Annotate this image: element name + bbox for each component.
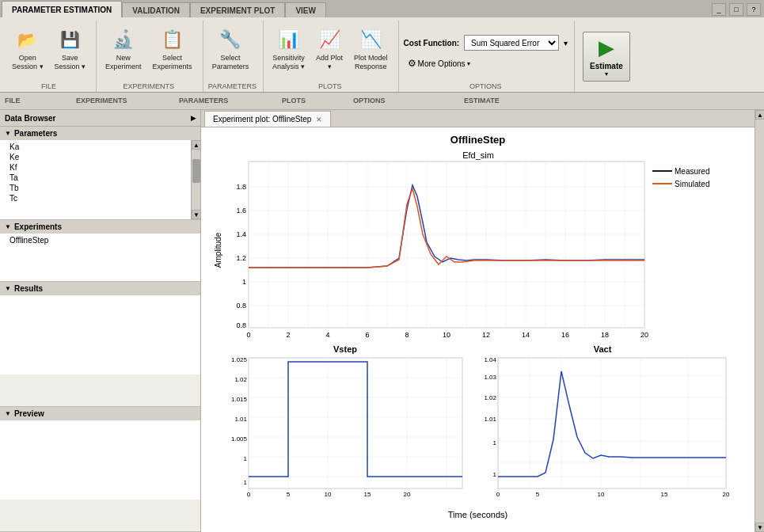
sidebar-section-results: ▼ Results — [0, 282, 200, 407]
gear-icon: ⚙ — [408, 58, 416, 69]
preview-section-header[interactable]: ▼ Preview — [0, 407, 200, 420]
parameters-content: Ka Ke Kf Ta Tb Tc ▲ ▼ — [0, 140, 200, 219]
cost-function-label: Cost Function: — [404, 39, 460, 48]
ribbon-group-options: Cost Function: Sum Squared Error Sum Abs… — [401, 21, 576, 92]
svg-text:1: 1 — [243, 479, 247, 486]
cost-function-select[interactable]: Sum Squared Error Sum Absolute Error Max… — [464, 35, 559, 51]
preview-section-label: Preview — [14, 409, 44, 418]
sl-options: OPTIONS — [353, 93, 464, 109]
more-options-button[interactable]: ⚙ More Options ▾ — [404, 55, 568, 71]
svg-text:1.2: 1.2 — [236, 254, 246, 262]
experiment-plot-tab[interactable]: Experiment plot: OfflineStep ✕ — [204, 111, 331, 127]
svg-text:1.02: 1.02 — [234, 376, 247, 383]
param-kf[interactable]: Kf — [0, 162, 200, 173]
sensitivity-analysis-button[interactable]: 📊 SensitivityAnalysis ▾ — [268, 24, 309, 74]
param-ta[interactable]: Ta — [0, 173, 200, 183]
subplots-container: Vstep — [225, 344, 732, 508]
tab-validation[interactable]: VALIDATION — [122, 2, 190, 17]
tab-experiment-plot[interactable]: EXPERIMENT PLOT — [190, 2, 285, 17]
new-experiment-button[interactable]: 🔬 NewExperiment — [101, 24, 146, 74]
chart-container: OfflineStep Efd_sim Measured Simulated — [201, 127, 754, 532]
legend-simulated: Simulated — [675, 180, 709, 188]
experiments-section-header[interactable]: ▼ Experiments — [0, 220, 200, 234]
scroll-thumb[interactable] — [192, 159, 200, 183]
save-session-button[interactable]: 💾 SaveSession ▾ — [51, 24, 90, 74]
file-buttons: 📂 OpenSession ▾ 💾 SaveSession ▾ — [8, 21, 89, 81]
svg-text:12: 12 — [481, 331, 489, 339]
main-scrollbar[interactable]: ▲ ▼ — [754, 110, 764, 532]
svg-text:0: 0 — [246, 331, 250, 339]
main-scroll-down[interactable]: ▼ — [755, 522, 764, 532]
content-tab-bar: Experiment plot: OfflineStep ✕ — [201, 110, 754, 127]
svg-rect-71 — [498, 358, 726, 488]
svg-text:4: 4 — [325, 331, 329, 339]
plot-model-response-button[interactable]: 📉 Plot ModelResponse — [350, 24, 392, 74]
maximize-btn[interactable]: □ — [729, 3, 743, 16]
parameters-list: Ka Ke Kf Ta Tb Tc — [0, 140, 200, 205]
results-section-header[interactable]: ▼ Results — [0, 282, 200, 295]
ribbon-group-parameters: 🔧 SelectParameters PARAMETERS — [205, 21, 264, 92]
experiments-group-label: EXPERIMENTS — [101, 81, 196, 92]
cost-function-row: Cost Function: Sum Squared Error Sum Abs… — [404, 35, 568, 51]
estimate-button[interactable]: ▶ Estimate ▾ — [583, 32, 630, 82]
tab-view[interactable]: VIEW — [285, 2, 326, 17]
select-experiments-button[interactable]: 📋 SelectExperiments — [149, 24, 196, 74]
ribbon-group-plots: 📊 SensitivityAnalysis ▾ 📈 Add Plot▾ 📉 Pl… — [265, 21, 399, 92]
help-btn[interactable]: ? — [747, 3, 761, 16]
close-tab-button[interactable]: ✕ — [316, 116, 322, 124]
minimize-btn[interactable]: _ — [712, 3, 726, 16]
sidebar-section-preview: ▼ Preview — [0, 407, 200, 532]
svg-text:10: 10 — [597, 491, 604, 498]
open-label: OpenSession ▾ — [12, 54, 44, 71]
y-axis-labels: 1.8 1.6 1.4 1.2 1 0.8 0.8 — [236, 183, 246, 329]
preview-collapse-icon: ▼ — [5, 410, 11, 417]
select-params-label: SelectParameters — [212, 54, 249, 71]
svg-text:1.04: 1.04 — [484, 356, 496, 363]
select-exp-icon: 📋 — [160, 27, 185, 52]
svg-text:1.01: 1.01 — [484, 416, 496, 423]
svg-text:0.8: 0.8 — [236, 302, 246, 310]
sidebar: Data Browser ▸ ▼ Parameters Ka Ke Kf Ta … — [0, 110, 201, 532]
param-ka[interactable]: Ka — [0, 142, 200, 152]
window-controls: _ □ ? — [712, 3, 764, 17]
plot-model-label: Plot ModelResponse — [354, 54, 388, 71]
ribbon-group-estimate: ▶ Estimate ▾ — [576, 21, 637, 92]
tab-parameter-estimation[interactable]: PARAMETER ESTIMATION — [2, 1, 122, 17]
experiment-offlinestep[interactable]: OfflineStep — [0, 235, 200, 245]
cost-dropdown-arrow[interactable]: ▾ — [564, 39, 568, 48]
parameters-scrollbar[interactable]: ▲ ▼ — [191, 140, 200, 219]
svg-text:1.015: 1.015 — [230, 396, 247, 403]
save-label: SaveSession ▾ — [55, 54, 86, 71]
ribbon-group-experiments: 🔬 NewExperiment 📋 SelectExperiments EXPE… — [98, 21, 203, 92]
svg-text:1.025: 1.025 — [230, 356, 247, 363]
select-parameters-button[interactable]: 🔧 SelectParameters — [208, 24, 253, 74]
sidebar-section-parameters: ▼ Parameters Ka Ke Kf Ta Tb Tc ▲ — [0, 127, 200, 220]
estimate-icon: ▶ — [599, 36, 614, 60]
results-section-label: Results — [14, 284, 43, 293]
svg-text:1.6: 1.6 — [236, 207, 246, 215]
param-tb[interactable]: Tb — [0, 183, 200, 193]
add-plot-label: Add Plot▾ — [316, 54, 343, 71]
main-scroll-up[interactable]: ▲ — [755, 110, 764, 120]
svg-text:5: 5 — [286, 491, 290, 498]
chart-subtitle: Efd_sim — [462, 150, 494, 160]
add-plot-icon: 📈 — [317, 27, 342, 52]
svg-text:1: 1 — [241, 278, 245, 286]
sidebar-collapse-icon[interactable]: ▸ — [191, 112, 196, 124]
vstep-subplot: Vstep — [225, 344, 466, 508]
svg-text:0.8: 0.8 — [236, 321, 246, 329]
open-session-button[interactable]: 📂 OpenSession ▾ — [8, 24, 48, 74]
parameters-section-header[interactable]: ▼ Parameters — [0, 127, 200, 140]
scroll-down-arrow[interactable]: ▼ — [192, 210, 200, 219]
param-ke[interactable]: Ke — [0, 152, 200, 162]
sl-experiments: EXPERIMENTS — [76, 93, 179, 109]
param-tc[interactable]: Tc — [0, 193, 200, 203]
vact-subplot: Vact — [474, 344, 732, 508]
new-exp-label: NewExperiment — [105, 54, 142, 71]
main-area: Data Browser ▸ ▼ Parameters Ka Ke Kf Ta … — [0, 110, 764, 532]
add-plot-button[interactable]: 📈 Add Plot▾ — [312, 24, 347, 74]
scroll-up-arrow[interactable]: ▲ — [192, 140, 200, 150]
ribbon: 📂 OpenSession ▾ 💾 SaveSession ▾ FILE 🔬 N… — [0, 17, 764, 93]
content-area: Experiment plot: OfflineStep ✕ OfflineSt… — [201, 110, 754, 532]
vact-title: Vact — [594, 344, 612, 354]
